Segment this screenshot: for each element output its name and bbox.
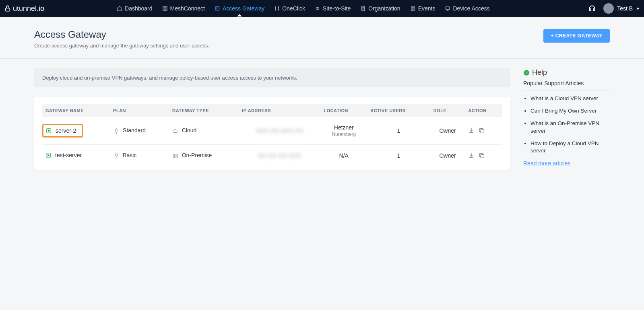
oneclick-icon	[274, 6, 280, 11]
copy-icon[interactable]	[479, 152, 485, 159]
diamond-icon	[113, 128, 120, 134]
org-icon	[360, 6, 366, 11]
svg-point-8	[275, 9, 276, 10]
main-column: Deploy cloud and on-premise VPN gateways…	[34, 68, 510, 170]
lock-icon	[4, 5, 11, 12]
topbar: utunnel.io DashboardMeshConnectAccess Ga…	[0, 0, 644, 17]
role-cell: Owner	[430, 145, 465, 167]
nav-item-meshconnect[interactable]: MeshConnect	[162, 1, 205, 16]
nav-item-site-to-site[interactable]: Site-to-Site	[315, 1, 351, 16]
role-cell: Owner	[430, 117, 465, 145]
brand-text: utunnel.io	[13, 4, 44, 13]
nav-item-access-gateway[interactable]: Access Gateway	[215, 1, 264, 16]
read-more-link[interactable]: Read more articles	[523, 160, 571, 166]
help-icon: ?	[523, 70, 530, 76]
gateway-name[interactable]: server-2	[42, 124, 83, 138]
main-nav: DashboardMeshConnectAccess GatewayOneCli…	[117, 1, 588, 16]
column-header: ACTION	[465, 104, 502, 117]
column-header: ACTIVE USERS	[367, 104, 430, 117]
gateway-name[interactable]: test-server	[45, 152, 82, 158]
row-actions	[468, 152, 499, 159]
svg-point-6	[275, 6, 276, 7]
nav-item-oneclick[interactable]: OneClick	[274, 1, 305, 16]
svg-rect-4	[165, 9, 167, 10]
svg-rect-14	[481, 129, 484, 133]
svg-rect-3	[163, 9, 164, 10]
help-panel: ? Help Popular Support Articles What is …	[523, 68, 610, 167]
user-menu[interactable]: Test B ▼	[603, 3, 640, 14]
user-name: Test B	[617, 5, 633, 12]
avatar	[603, 3, 614, 14]
svg-rect-2	[165, 6, 167, 8]
help-article-link[interactable]: What is a Cloud VPN server	[530, 95, 610, 103]
ip-cell: XX.XX.XX.XXX	[239, 145, 320, 167]
content: Deploy cloud and on-premise VPN gateways…	[0, 59, 644, 179]
create-gateway-button[interactable]: + CREATE GATEWAY	[543, 29, 610, 43]
table-row[interactable]: server-2 Standard Cloud XXX.XX.XXX.XX He…	[42, 117, 502, 145]
nav-item-device-access[interactable]: Device Access	[445, 1, 489, 16]
download-icon[interactable]	[468, 127, 475, 134]
plan-cell: Standard	[110, 117, 169, 145]
cloud-icon	[172, 128, 179, 134]
play-icon	[46, 128, 52, 133]
type-cell: Cloud	[169, 117, 239, 145]
nav-item-events[interactable]: Events	[410, 1, 436, 16]
svg-rect-20	[481, 154, 484, 158]
gateway-table-card: GATEWAY NAMEPLANGATEWAY TYPEIP ADDRESSLO…	[34, 97, 510, 170]
svg-point-7	[278, 6, 279, 7]
row-actions	[468, 127, 499, 134]
active-users-cell: 1	[367, 145, 430, 167]
column-header: IP ADDRESS	[239, 104, 320, 117]
svg-rect-1	[163, 6, 164, 8]
location-cell: N/A	[320, 145, 367, 167]
nav-item-dashboard[interactable]: Dashboard	[117, 1, 153, 16]
gateway-table: GATEWAY NAMEPLANGATEWAY TYPEIP ADDRESSLO…	[42, 104, 502, 166]
sitesite-icon	[315, 6, 320, 11]
help-article-link[interactable]: What is an On-Premise VPN server	[530, 120, 610, 135]
download-icon[interactable]	[468, 152, 475, 159]
svg-rect-5	[215, 6, 219, 10]
table-row[interactable]: test-server Basic On-Premise XX.XX.XX.XX…	[42, 145, 502, 167]
server-icon	[172, 153, 179, 159]
ip-cell: XXX.XX.XXX.XX	[239, 117, 320, 145]
svg-point-18	[174, 154, 174, 155]
play-icon	[45, 152, 51, 158]
nav-item-organization[interactable]: Organization	[360, 1, 400, 16]
mesh-icon	[162, 6, 168, 11]
svg-rect-0	[6, 8, 10, 11]
topbar-right: Test B ▼	[588, 3, 640, 14]
svg-point-9	[278, 9, 279, 10]
active-users-cell: 1	[367, 117, 430, 145]
page-header: Access Gateway Create access gateway and…	[0, 17, 644, 59]
help-article-list: What is a Cloud VPN serverCan I Bring My…	[523, 95, 610, 155]
column-header: GATEWAY NAME	[42, 104, 110, 117]
headset-icon[interactable]	[588, 4, 596, 12]
plan-cell: Basic	[110, 145, 169, 167]
column-header: PLAN	[110, 104, 169, 117]
brand-logo[interactable]: utunnel.io	[4, 4, 44, 13]
column-header: ROLE	[430, 104, 465, 117]
help-article-link[interactable]: Can I Bring My Own Server	[530, 107, 610, 115]
column-header: LOCATION	[320, 104, 367, 117]
info-banner: Deploy cloud and on-premise VPN gateways…	[34, 68, 510, 87]
help-article-link[interactable]: How to Deploy a Cloud VPN server	[530, 140, 610, 155]
help-title: ? Help	[523, 68, 610, 77]
home-icon	[117, 6, 122, 11]
copy-icon[interactable]	[479, 127, 485, 134]
svg-point-19	[174, 157, 174, 157]
column-header: GATEWAY TYPE	[169, 104, 239, 117]
gateway-icon	[215, 6, 220, 11]
chevron-down-icon: ▼	[636, 6, 640, 11]
location-cell: HetznerNuremberg	[320, 117, 367, 145]
svg-rect-12	[446, 7, 450, 10]
page-title: Access Gateway	[34, 29, 209, 40]
events-icon	[410, 6, 416, 11]
type-cell: On-Premise	[169, 145, 239, 167]
trophy-icon	[113, 153, 120, 159]
svg-text:?: ?	[525, 71, 528, 75]
device-icon	[445, 6, 450, 11]
help-subtitle: Popular Support Articles	[523, 80, 610, 91]
page-subtitle: Create access gateway and manage the gat…	[34, 43, 209, 49]
